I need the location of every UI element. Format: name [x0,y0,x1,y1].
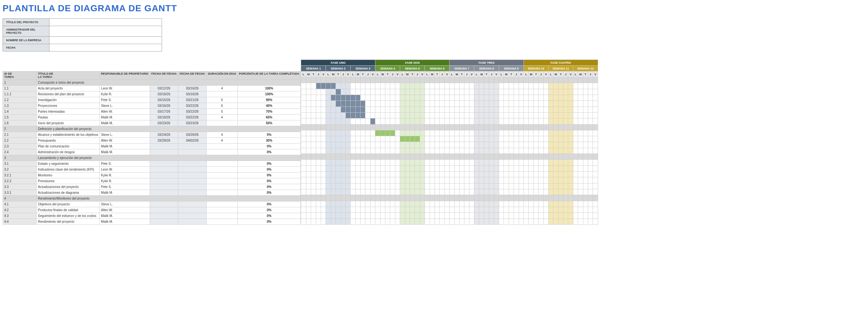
gantt-row [301,94,598,101]
day-header: T [484,72,489,77]
day-header: L [425,72,430,77]
day-header: J [341,72,345,77]
task-row[interactable]: 1.1.1Revisiones del plan del proyectoKyl… [3,91,301,97]
col-id: ID DETAREA [3,71,37,80]
day-header: M [553,72,558,77]
gantt-row [301,183,598,189]
gantt-row [301,89,598,94]
day-header: J [563,72,568,77]
header-label: FECHA [3,44,50,52]
gantt-row [301,130,598,136]
task-row[interactable]: 4Rendimiento/Monitoreo del proyecto [3,196,301,201]
col-pct: PORCENTAJE DE LA TAREA COMPLETADA [238,71,301,80]
week-header: SEMANA 5 [400,66,425,72]
task-table: ID DETAREATÍTULO DELA TAREARESPONSABLE D… [3,59,301,225]
day-header: J [489,72,494,77]
day-header: T [336,72,341,77]
task-row[interactable]: 2.2PresupuestoAllen W.03/29/2604/02/2643… [3,138,301,143]
gantt-row [301,118,598,124]
day-header: L [301,72,306,77]
day-header: J [440,72,444,77]
task-row[interactable]: 3Lanzamiento y ejecución del proyecto [3,155,301,161]
task-row[interactable]: 2.1Alcance y establecimiento de los obje… [3,132,301,138]
task-row[interactable]: 1Concepción e inicio del proyecto [3,80,301,86]
gantt-row [301,160,598,165]
gantt-row [301,201,598,207]
task-row[interactable]: 3.3.1Actualizaciones de diagramaMalik M.… [3,190,301,196]
week-header: SEMANA 10 [524,66,548,72]
day-header: V [321,72,326,77]
gantt-row [301,112,598,118]
task-row[interactable]: 1.1Acta del proyectoLeon W.03/12/2603/16… [3,86,301,91]
week-header: SEMANA 3 [351,66,375,72]
task-row[interactable]: 2.4Administración de riesgosMalik M.0% [3,149,301,155]
day-header: T [509,72,514,77]
gantt-row [301,107,598,112]
day-header: T [311,72,316,77]
day-header: V [345,72,350,77]
gantt-row [301,148,598,154]
gantt-row [301,195,598,201]
day-header: V [494,72,499,77]
week-header: SEMANA 2 [326,66,351,72]
header-value[interactable] [50,26,162,37]
task-row[interactable]: 3.2.2PrevisionesKylie R.0% [3,178,301,184]
task-row[interactable]: 2Definición y planificación del proyecto [3,126,301,132]
day-header: L [450,72,455,77]
day-header: L [351,72,355,77]
day-header: L [573,72,578,77]
day-header: T [533,72,538,77]
day-header: T [558,72,563,77]
day-header: T [410,72,414,77]
task-row[interactable]: 4.1Objetivos del proyectoSteve L.0% [3,201,301,207]
gantt-row [301,154,598,160]
header-value[interactable] [50,19,162,26]
day-header: L [474,72,479,77]
day-header: M [405,72,410,77]
task-row[interactable]: 3.3Actualizaciones del proyectoPete S.0% [3,184,301,190]
task-row[interactable]: 1.2InvestigaciónPete S.03/15/2603/21/266… [3,97,301,103]
week-header: SEMANA 11 [548,66,573,72]
gantt-row [301,165,598,171]
day-header: J [588,72,593,77]
day-header: L [400,72,405,77]
task-row[interactable]: 3.1Estado y seguimientoPete S.0% [3,161,301,167]
day-header: M [504,72,509,77]
task-row[interactable]: 4.4Rendimiento del proyectoMalik M.0% [3,219,301,225]
task-row[interactable]: 3.2Indicadores clave del rendimiento (KP… [3,167,301,172]
task-row[interactable]: 1.4Partes interesadasAllen W.03/17/2603/… [3,109,301,115]
col-owner: RESPONSABLE DE PROPIETARIO [100,71,150,80]
gantt-row [301,136,598,142]
week-header: SEMANA 12 [573,66,598,72]
phase-header: FASE DOS [375,60,450,66]
day-header: M [455,72,459,77]
phase-header: FASE UNO [301,60,375,66]
day-header: L [499,72,504,77]
task-row[interactable]: 1.3ProyeccionesSteve L.03/16/2603/22/266… [3,103,301,109]
col-dur: DURACIÓN EN DÍAS [207,71,238,80]
gantt-row [301,177,598,183]
col-title: TÍTULO DELA TAREA [37,71,100,80]
day-header: L [524,72,528,77]
day-header: T [434,72,439,77]
task-row[interactable]: 4.3Seguimiento del esfuerzo y de los cos… [3,213,301,219]
task-row[interactable]: 3.2.1MonitoreoKylie R.0% [3,172,301,178]
task-row[interactable]: 4.2Productos finales de calidadAllen W.0… [3,207,301,213]
header-value[interactable] [50,37,162,44]
day-header: J [316,72,321,77]
task-row[interactable]: 1.5PautasMalik M.03/18/2603/22/26460% [3,115,301,120]
gantt-row [301,124,598,130]
day-header: V [568,72,573,77]
day-header: M [430,72,434,77]
task-row[interactable]: 1.6Inicio del proyectoMalik M.03/23/2603… [3,120,301,126]
task-row[interactable]: 2.3Plan de comunicaciónMalik M.0% [3,143,301,149]
week-header: SEMANA 8 [474,66,499,72]
day-header: J [514,72,519,77]
gantt-row [301,189,598,195]
header-label: TÍTULO DEL PROYECTO [3,19,50,26]
page-title: PLANTILLA DE DIAGRAMA DE GANTT [0,0,868,18]
day-header: M [479,72,484,77]
phase-header: FASE TRES [450,60,524,66]
day-header: M [331,72,336,77]
header-value[interactable] [50,44,162,52]
